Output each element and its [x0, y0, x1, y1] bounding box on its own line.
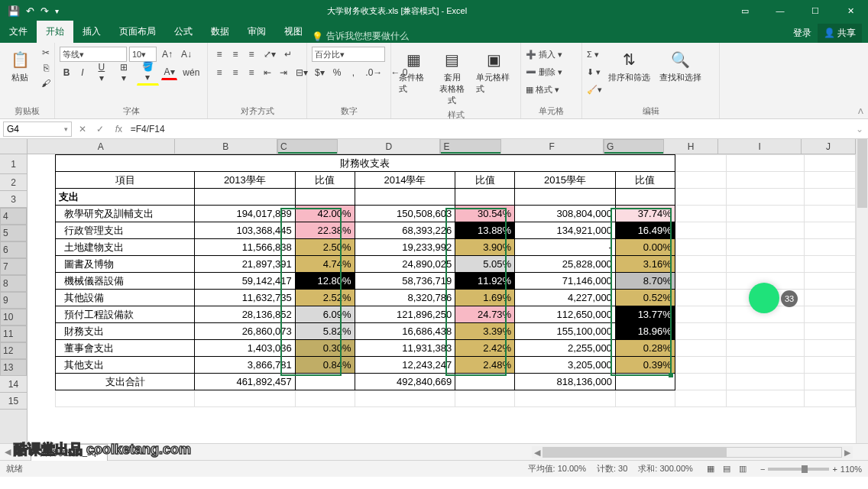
- currency-icon[interactable]: $▾: [312, 66, 328, 79]
- comma-icon[interactable]: ,: [346, 66, 360, 79]
- maximize-button[interactable]: ☐: [798, 0, 833, 21]
- row-header[interactable]: 10: [0, 309, 27, 325]
- cancel-formula-icon[interactable]: ✕: [75, 124, 90, 134]
- format-painter-icon[interactable]: 🖌: [38, 76, 53, 90]
- tell-me[interactable]: 💡告诉我您想要做什么: [312, 30, 409, 43]
- column-header[interactable]: I: [718, 139, 802, 154]
- delete-button[interactable]: ➖ 删除 ▾: [526, 63, 562, 80]
- align-top-icon[interactable]: ≡: [212, 47, 226, 61]
- tab-formulas[interactable]: 公式: [165, 21, 202, 43]
- column-header[interactable]: G: [604, 139, 664, 154]
- ribbon-options-icon[interactable]: ▭: [727, 0, 763, 21]
- sheet-nav-prev-icon[interactable]: ◀: [0, 447, 15, 457]
- clear-button[interactable]: 🧹▾: [587, 81, 602, 98]
- zoom-level[interactable]: 110%: [840, 465, 862, 474]
- cut-icon[interactable]: ✂: [38, 46, 53, 60]
- row-header[interactable]: 6: [0, 241, 27, 258]
- page-break-view-icon[interactable]: ▥: [736, 463, 750, 474]
- column-header[interactable]: D: [338, 139, 440, 154]
- indent-dec-icon[interactable]: ⇤: [261, 66, 274, 79]
- align-bottom-icon[interactable]: ≡: [245, 47, 258, 61]
- tab-home[interactable]: 开始: [37, 21, 73, 43]
- align-middle-icon[interactable]: ≡: [228, 47, 242, 61]
- vertical-scrollbar[interactable]: [856, 139, 868, 443]
- row-header[interactable]: 1: [0, 154, 27, 174]
- horizontal-scrollbar[interactable]: ◀▶: [532, 446, 853, 458]
- row-header[interactable]: 14: [0, 376, 27, 393]
- underline-button[interactable]: U ▾: [92, 60, 112, 85]
- enter-formula-icon[interactable]: ✓: [92, 124, 108, 134]
- zoom-control[interactable]: − + 110%: [760, 465, 862, 474]
- qat-more-icon[interactable]: ▾: [55, 7, 59, 15]
- tab-layout[interactable]: 页面布局: [110, 21, 165, 43]
- minimize-button[interactable]: —: [763, 0, 798, 21]
- row-header[interactable]: 9: [0, 292, 27, 309]
- tab-review[interactable]: 审阅: [238, 21, 275, 43]
- close-button[interactable]: ✕: [833, 0, 868, 21]
- column-header[interactable]: C: [277, 139, 338, 154]
- tab-file[interactable]: 文件: [0, 21, 37, 43]
- orientation-icon[interactable]: ⤢▾: [261, 47, 279, 61]
- select-all-corner[interactable]: [0, 139, 28, 154]
- sort-filter-button[interactable]: ⇅排序和筛选: [605, 46, 653, 85]
- fill-color-button[interactable]: 🪣▾: [137, 60, 159, 86]
- redo-icon[interactable]: ↷: [40, 5, 49, 17]
- collapse-ribbon-icon[interactable]: ᐱ: [858, 107, 863, 115]
- copy-icon[interactable]: ⎘: [38, 61, 53, 75]
- italic-button[interactable]: I: [76, 66, 89, 79]
- undo-icon[interactable]: ↶: [26, 5, 34, 17]
- save-icon[interactable]: 💾: [8, 5, 20, 17]
- name-box[interactable]: G4▾: [3, 121, 72, 137]
- indent-inc-icon[interactable]: ⇥: [277, 66, 290, 79]
- row-header[interactable]: 3: [0, 191, 27, 208]
- row-header[interactable]: 11: [0, 325, 27, 342]
- tab-data[interactable]: 数据: [202, 21, 238, 43]
- font-name-select[interactable]: 等线 ▾: [60, 47, 127, 62]
- row-header[interactable]: 15: [0, 393, 27, 410]
- row-header[interactable]: 7: [0, 258, 27, 275]
- insert-button[interactable]: ➕ 插入 ▾: [526, 46, 562, 63]
- formula-input[interactable]: =F4/F14: [126, 124, 851, 134]
- cell-styles-button[interactable]: ▣单元格样式: [473, 46, 516, 96]
- format-button[interactable]: ▦ 格式 ▾: [526, 81, 559, 98]
- inc-decimal-icon[interactable]: .0→: [362, 66, 385, 79]
- zoom-out-icon[interactable]: −: [760, 465, 765, 474]
- decrease-font-icon[interactable]: A↓: [178, 47, 195, 61]
- autosum-button[interactable]: Σ ▾: [587, 46, 602, 63]
- row-header[interactable]: 13: [0, 359, 27, 376]
- expand-formula-icon[interactable]: ⌄: [851, 124, 868, 134]
- column-header[interactable]: B: [175, 139, 277, 154]
- fx-icon[interactable]: fx: [111, 124, 126, 134]
- percent-icon[interactable]: %: [330, 66, 345, 79]
- find-select-button[interactable]: 🔍查找和选择: [656, 46, 704, 85]
- align-right-icon[interactable]: ≡: [245, 66, 258, 79]
- conditional-format-button[interactable]: ▦条件格式: [396, 46, 431, 96]
- column-header[interactable]: H: [664, 139, 718, 154]
- tab-view[interactable]: 视图: [275, 21, 312, 43]
- fill-button[interactable]: ⬇ ▾: [587, 63, 602, 80]
- column-header[interactable]: E: [440, 139, 500, 154]
- wrap-text-icon[interactable]: ↵: [281, 47, 295, 61]
- column-header[interactable]: A: [28, 139, 175, 154]
- normal-view-icon[interactable]: ▦: [704, 463, 717, 474]
- row-header[interactable]: 8: [0, 275, 27, 292]
- paste-button[interactable]: 📋 粘贴: [5, 46, 35, 85]
- row-header[interactable]: 2: [0, 174, 27, 191]
- bold-button[interactable]: B: [60, 66, 73, 79]
- zoom-in-icon[interactable]: +: [832, 465, 837, 474]
- align-center-icon[interactable]: ≡: [228, 66, 242, 79]
- number-format-select[interactable]: 百分比 ▾: [312, 47, 385, 62]
- border-button[interactable]: ⊞ ▾: [114, 60, 134, 85]
- login-link[interactable]: 登录: [793, 27, 811, 40]
- share-button[interactable]: 👤 共享: [818, 24, 862, 43]
- column-header[interactable]: F: [501, 139, 604, 154]
- increase-font-icon[interactable]: A↑: [159, 47, 176, 61]
- row-header[interactable]: 5: [0, 225, 27, 241]
- format-as-table-button[interactable]: ▤套用 表格格式: [434, 46, 469, 108]
- row-header[interactable]: 4: [0, 208, 27, 225]
- align-left-icon[interactable]: ≡: [212, 66, 226, 79]
- row-header[interactable]: 12: [0, 342, 27, 359]
- zoom-slider[interactable]: [768, 468, 829, 471]
- tab-insert[interactable]: 插入: [73, 21, 110, 43]
- font-color-button[interactable]: A▾: [161, 65, 178, 80]
